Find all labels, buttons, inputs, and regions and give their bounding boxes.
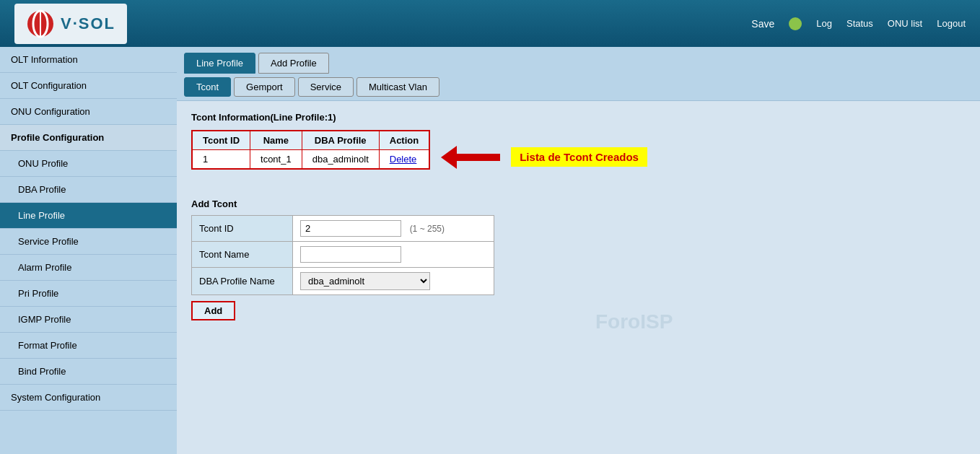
delete-link[interactable]: Delete — [390, 154, 417, 165]
col-header-tcont-id: Tcont ID — [192, 131, 250, 150]
sidebar-item-profile-config[interactable]: Profile Configuration — [0, 125, 177, 151]
logo: V·SOL — [14, 4, 127, 44]
form-cell-tcont-name — [293, 242, 494, 268]
tab-gemport[interactable]: Gemport — [234, 77, 295, 97]
logo-icon — [26, 9, 55, 38]
status-dot — [789, 17, 802, 30]
logout-link[interactable]: Logout — [937, 18, 966, 29]
tcont-table: Tcont ID Name DBA Profile Action 1 tcont… — [191, 130, 430, 170]
log-link[interactable]: Log — [816, 18, 832, 29]
top-tab-bar: Line Profile Add Profile — [177, 47, 980, 74]
onu-list-link[interactable]: ONU list — [888, 18, 922, 29]
col-header-dba-profile: DBA Profile — [302, 131, 379, 150]
form-row-tcont-name: Tcont Name — [192, 242, 494, 268]
sidebar-item-line-profile[interactable]: Line Profile — [0, 203, 177, 229]
sub-tab-bar: Tcont Gemport Service Multicast Vlan — [177, 74, 980, 101]
col-header-action: Action — [379, 131, 429, 150]
tab-tcont[interactable]: Tcont — [184, 77, 231, 97]
table-row: 1 tcont_1 dba_adminolt Delete — [192, 150, 429, 170]
sidebar-item-service-profile[interactable]: Service Profile — [0, 229, 177, 255]
annotation-label: Lista de Tcont Creados — [511, 147, 647, 167]
sidebar-item-bind-profile[interactable]: Bind Profile — [0, 359, 177, 385]
tab-service[interactable]: Service — [298, 77, 354, 97]
form-cell-tcont-id: (1 ~ 255) — [293, 216, 494, 242]
header: V·SOL Save Log Status ONU list Logout — [0, 0, 980, 47]
tcont-info-title: Tcont Information(Line Profile:1) — [191, 112, 966, 123]
form-label-tcont-id: Tcont ID — [192, 216, 293, 242]
annotation-row: Tcont ID Name DBA Profile Action 1 tcont… — [191, 130, 966, 184]
tab-add-profile[interactable]: Add Profile — [258, 53, 329, 74]
sidebar-item-alarm-profile[interactable]: Alarm Profile — [0, 255, 177, 281]
arrow-shaft — [457, 154, 500, 161]
sidebar-item-pri-profile[interactable]: Pri Profile — [0, 281, 177, 307]
arrow-head — [441, 146, 457, 169]
cell-name: tcont_1 — [250, 150, 302, 170]
add-form-table: Tcont ID (1 ~ 255) Tcont Name — [191, 215, 494, 295]
sidebar-item-format-profile[interactable]: Format Profile — [0, 333, 177, 359]
tcont-id-input[interactable] — [300, 220, 401, 237]
sidebar-item-dba-profile[interactable]: DBA Profile — [0, 177, 177, 203]
col-header-name: Name — [250, 131, 302, 150]
form-row-dba-profile: DBA Profile Name dba_adminolt — [192, 268, 494, 295]
arrow-annotation — [441, 146, 500, 169]
sidebar-item-onu-profile[interactable]: ONU Profile — [0, 151, 177, 177]
sidebar-item-olt-info[interactable]: OLT Information — [0, 47, 177, 73]
form-label-dba-profile: DBA Profile Name — [192, 268, 293, 295]
dba-profile-select[interactable]: dba_adminolt — [300, 272, 430, 290]
form-row-tcont-id: Tcont ID (1 ~ 255) — [192, 216, 494, 242]
layout: OLT Information OLT Configuration ONU Co… — [0, 47, 980, 454]
add-button[interactable]: Add — [191, 301, 235, 320]
sidebar-item-igmp-profile[interactable]: IGMP Profile — [0, 307, 177, 333]
main-content: Line Profile Add Profile Tcont Gemport S… — [177, 47, 980, 454]
header-right: Save Log Status ONU list Logout — [751, 17, 966, 30]
add-tcont-title: Add Tcont — [191, 198, 966, 209]
logo-text: V·SOL — [61, 14, 115, 33]
form-cell-dba-profile: dba_adminolt — [293, 268, 494, 295]
sidebar-item-system-config[interactable]: System Configuration — [0, 385, 177, 411]
sidebar-item-olt-config[interactable]: OLT Configuration — [0, 73, 177, 99]
sidebar-item-onu-config[interactable]: ONU Configuration — [0, 99, 177, 125]
form-label-tcont-name: Tcont Name — [192, 242, 293, 268]
tcont-id-range: (1 ~ 255) — [410, 224, 445, 234]
tcont-name-input[interactable] — [300, 246, 401, 263]
cell-dba-profile: dba_adminolt — [302, 150, 379, 170]
sidebar: OLT Information OLT Configuration ONU Co… — [0, 47, 177, 454]
tab-multicast-vlan[interactable]: Multicast Vlan — [356, 77, 439, 97]
cell-tcont-id: 1 — [192, 150, 250, 170]
tab-line-profile[interactable]: Line Profile — [184, 53, 255, 74]
status-link[interactable]: Status — [846, 18, 873, 29]
content-area: ForoISP Tcont Information(Line Profile:1… — [177, 101, 980, 331]
watermark: ForoISP — [595, 310, 673, 333]
save-button[interactable]: Save — [751, 18, 774, 30]
cell-action: Delete — [379, 150, 429, 170]
